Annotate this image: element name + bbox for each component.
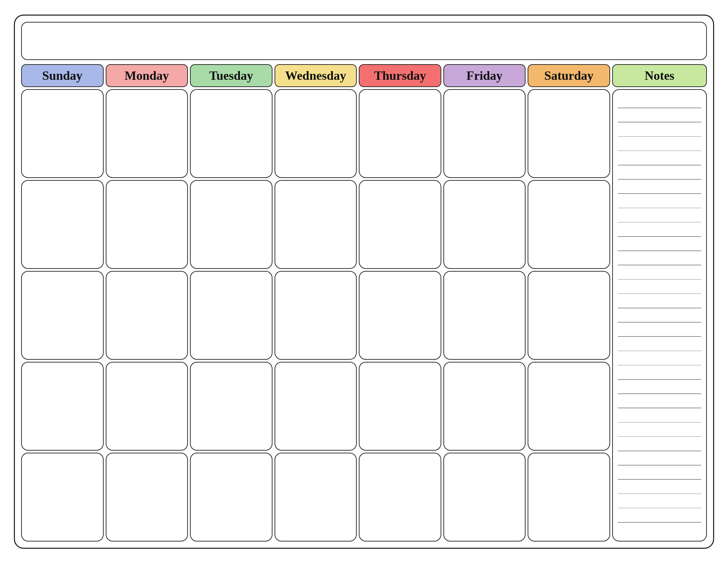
day-cell[interactable]: [106, 271, 188, 360]
header-saturday: Saturday: [528, 64, 610, 87]
notes-line: [618, 365, 701, 366]
day-cell[interactable]: [21, 89, 104, 178]
notes-line: [618, 193, 701, 194]
notes-line: [618, 508, 701, 509]
day-cell[interactable]: [443, 180, 526, 269]
day-cell[interactable]: [443, 362, 526, 451]
day-cell[interactable]: [359, 180, 441, 269]
notes-line: [618, 222, 701, 223]
day-cell[interactable]: [275, 180, 357, 269]
header-friday: Friday: [443, 64, 526, 87]
header-notes: Notes: [612, 64, 707, 87]
header-sunday: Sunday: [21, 64, 104, 87]
day-cell[interactable]: [443, 453, 526, 541]
notes-line: [618, 451, 701, 451]
header-row: Sunday Monday Tuesday Wednesday Thursday…: [21, 64, 707, 87]
day-cell[interactable]: [190, 271, 272, 360]
notes-line: [618, 250, 701, 251]
day-cell[interactable]: [190, 180, 272, 269]
day-cell[interactable]: [106, 453, 188, 541]
header-monday: Monday: [106, 64, 188, 87]
notes-line: [618, 522, 701, 523]
notes-line: [618, 208, 701, 208]
day-cell[interactable]: [190, 453, 272, 541]
notes-line: [618, 165, 701, 165]
calendar-grid: [21, 89, 707, 541]
day-cell[interactable]: [275, 453, 357, 541]
day-cell[interactable]: [106, 362, 188, 451]
day-cell[interactable]: [190, 362, 272, 451]
day-cell[interactable]: [359, 271, 441, 360]
day-cell[interactable]: [190, 89, 272, 178]
notes-line: [618, 393, 701, 394]
day-cell[interactable]: [21, 453, 104, 541]
day-cell[interactable]: [528, 453, 610, 541]
header-wednesday: Wednesday: [275, 64, 357, 87]
day-cell[interactable]: [528, 180, 610, 269]
notes-line: [618, 465, 701, 466]
day-cell[interactable]: [359, 453, 441, 541]
notes-line: [618, 351, 701, 351]
day-cell[interactable]: [275, 271, 357, 360]
day-cell[interactable]: [359, 362, 441, 451]
day-cell[interactable]: [528, 271, 610, 360]
day-cell[interactable]: [106, 180, 188, 269]
day-cell[interactable]: [528, 89, 610, 178]
header-tuesday: Tuesday: [190, 64, 272, 87]
notes-line: [618, 408, 701, 408]
day-cell[interactable]: [21, 271, 104, 360]
notes-line: [618, 336, 701, 337]
day-cell[interactable]: [106, 89, 188, 178]
notes-line: [618, 136, 701, 137]
notes-line: [618, 422, 701, 423]
notes-line: [618, 151, 701, 151]
notes-line: [618, 308, 701, 308]
day-cell[interactable]: [443, 271, 526, 360]
day-cell[interactable]: [275, 89, 357, 178]
calendar-body: Sunday Monday Tuesday Wednesday Thursday…: [21, 64, 707, 541]
day-cell[interactable]: [21, 180, 104, 269]
day-cell[interactable]: [21, 362, 104, 451]
notes-line: [618, 494, 701, 494]
day-cell[interactable]: [359, 89, 441, 178]
notes-line: [618, 179, 701, 180]
notes-column[interactable]: [612, 89, 707, 541]
day-cell[interactable]: [275, 362, 357, 451]
title-bar[interactable]: [21, 22, 707, 60]
notes-line: [618, 279, 701, 280]
notes-line: [618, 265, 701, 265]
day-cell[interactable]: [443, 89, 526, 178]
notes-line: [618, 436, 701, 437]
notes-line: [618, 236, 701, 237]
calendar-outer: Sunday Monday Tuesday Wednesday Thursday…: [14, 15, 714, 549]
notes-line: [618, 122, 701, 122]
notes-line: [618, 379, 701, 380]
notes-line: [618, 479, 701, 480]
notes-line: [618, 293, 701, 294]
day-cell[interactable]: [528, 362, 610, 451]
header-thursday: Thursday: [359, 64, 441, 87]
notes-line: [618, 108, 701, 108]
notes-line: [618, 322, 701, 323]
